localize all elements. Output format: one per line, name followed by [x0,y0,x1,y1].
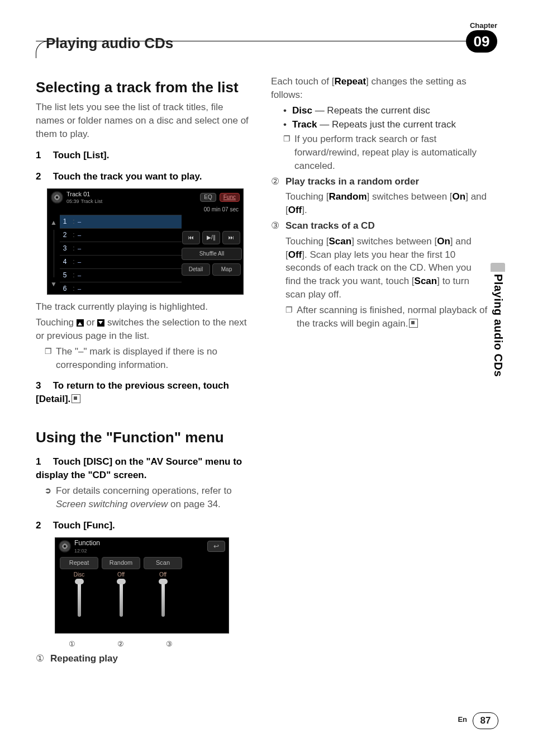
func-fig-title: Function [74,538,100,548]
track-row[interactable]: 6:– [60,282,182,295]
step-3-text: To return to the previous screen, touch … [36,380,229,404]
track-row[interactable]: 3:– [60,242,182,255]
map-button[interactable]: Map [212,263,241,276]
enum-1: ① Repeating play [36,652,254,665]
page-up-icon [77,319,84,327]
callout-2: ② [98,639,143,649]
scroll-down-icon[interactable]: ▼ [50,280,57,289]
func-step-2: 2 Touch [Func]. [36,519,254,532]
end-section-icon [409,319,418,328]
random-button[interactable]: Random [102,557,140,569]
func-step-1-text: Touch [DISC] on the "AV Source" menu to … [36,456,242,480]
step-1: 1 Touch [List]. [36,149,254,162]
enum-2-num: ② [271,175,285,188]
callout-1: ① [49,639,94,649]
fig-track-label: Track 01 [66,191,90,197]
step-2: 2 Touch the track you want to play. [36,170,254,183]
step-1-text: Touch [List]. [53,150,110,160]
func-fig-callouts: ① ② ③ [36,637,254,649]
back-button[interactable]: ↩ [207,541,225,552]
step-3-num: 3 [36,379,50,393]
repeat-value: Disc [60,571,98,579]
func-step-2-num: 2 [36,519,50,532]
end-section-icon [72,394,80,403]
enum-3: ③ Scan tracks of a CD [271,219,489,233]
track-rows: 1:– 2:– 3:– 4:– 5:– 6:– [60,215,182,292]
section-title: Playing audio CDs [46,35,173,52]
note-repeat-cancel: ❐ If you perform track search or fast fo… [283,133,489,172]
step-2-num: 2 [36,170,50,183]
enum-1-title: Repeating play [50,652,118,665]
lead-select-track: The list lets you see the list of track … [36,101,254,140]
bullet-track: • Track — Repeats just the current track [283,118,489,131]
enum-1-num: ① [36,652,50,665]
func-button[interactable]: Func [220,193,240,202]
track-row[interactable]: 2:– [60,228,182,242]
track-row[interactable]: 1:– [60,215,182,228]
fig-time: 00 min 07 sec [204,206,239,214]
note-bullet-icon: ❐ [285,304,297,330]
enum-2: ② Play tracks in a random order [271,175,489,188]
repeat-button[interactable]: Repeat [60,557,98,569]
enum-3-body: Touching [Scan] switches between [On] an… [285,235,489,301]
footer-language: En [458,715,467,724]
figure-track-list: Track 01 05:39 Track List EQ Func 00 min… [47,188,244,295]
track-row[interactable]: 4:– [60,255,182,268]
note-bullet-icon: ❐ [45,345,56,372]
after-fig-line2: Touching or switches the selection to th… [36,316,254,343]
func-fig-clock: 12:02 [74,547,100,555]
func-step-1: 1 Touch [DISC] on the "AV Source" menu t… [36,455,254,482]
footer-page-number: 87 [473,712,498,729]
enum-2-body: Touching [Random] switches between [On] … [285,190,489,217]
note-dash-mark: ❐ The "–" mark is displayed if there is … [45,345,254,372]
refer-arrow-icon: ➲ [45,484,56,511]
scan-button[interactable]: Scan [144,557,182,569]
shuffle-all-button[interactable]: Shuffle All [182,248,242,260]
scroll-up-icon[interactable]: ▲ [50,218,57,228]
note-scan-end: ❐ After scanning is finished, normal pla… [285,304,489,330]
bullet-dot-icon: • [283,104,292,117]
heading-select-track: Selecting a track from the list [36,77,254,97]
cd-icon [59,540,71,552]
fig-sub-label: Track List [81,199,103,204]
side-tab-marker [491,263,505,272]
func-step-1-sub: ➲ For details concerning operations, ref… [45,484,254,511]
fig-clock: 05:39 [66,199,79,204]
repeat-intro: Each touch of [Repeat] changes the setti… [271,75,489,102]
stick-icon [120,582,123,617]
chapter-label: Chapter [470,21,497,30]
note-bullet-icon: ❐ [283,133,294,172]
cd-icon [51,191,63,204]
track-row[interactable]: 5:– [60,268,182,282]
heading-function-menu: Using the "Function" menu [36,427,254,447]
random-value: Off [102,571,140,579]
enum-3-title: Scan tracks of a CD [285,219,375,233]
bullet-dot-icon: • [283,118,292,131]
detail-button[interactable]: Detail [182,263,210,276]
callout-3: ③ [146,639,192,649]
figure-function-menu: Function 12:02 ↩ RepeatDisc RandomOff Sc… [55,537,229,634]
next-track-button[interactable]: ⏭ [222,231,240,244]
scroll-track [54,230,54,277]
step-2-text: Touch the track you want to play. [53,171,202,182]
step-3: 3 To return to the previous screen, touc… [36,379,254,406]
eq-button[interactable]: EQ [200,193,216,202]
enum-3-num: ③ [271,219,285,233]
after-fig-line1: The track currently playing is highlight… [36,300,254,314]
side-tab: Playing audio CDs [491,274,505,408]
bullet-disc: • Disc — Repeats the current disc [283,104,489,117]
enum-2-title: Play tracks in a random order [285,175,419,188]
stick-icon [161,582,165,617]
scan-value: Off [144,571,182,579]
func-step-2-text: Touch [Func]. [53,520,115,531]
note-text: The "–" mark is displayed if there is no… [56,345,254,372]
stick-icon [78,582,81,617]
step-1-num: 1 [36,149,50,162]
func-step-1-num: 1 [36,455,50,469]
prev-track-button[interactable]: ⏮ [182,231,200,244]
func-step-1-sub-text: For details concerning operations, refer… [56,484,254,511]
play-pause-button[interactable]: ▶/∥ [202,231,220,244]
chapter-number-pill: 09 [466,30,497,53]
page-down-icon [97,319,104,327]
